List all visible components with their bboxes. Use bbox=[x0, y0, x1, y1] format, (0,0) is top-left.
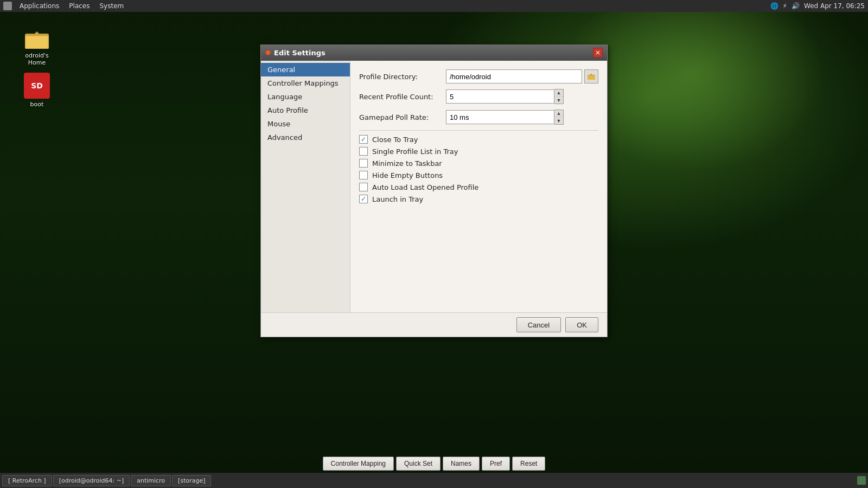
checkbox-label-auto-load-profile[interactable]: Auto Load Last Opened Profile bbox=[372, 183, 478, 191]
network-icon: 🌐 bbox=[770, 2, 778, 10]
recent-profile-count-label: Recent Profile Count: bbox=[359, 93, 446, 101]
checkbox-row-hide-empty-buttons: Hide Empty Buttons bbox=[359, 171, 598, 179]
titlebar-dot bbox=[265, 50, 271, 55]
dialog-footer: Cancel OK bbox=[261, 312, 607, 337]
checkbox-label-single-profile-list[interactable]: Single Profile List in Tray bbox=[372, 147, 458, 156]
taskbar-item-retroarch[interactable]: [ RetroArch ] bbox=[2, 475, 52, 486]
sidebar-item-general[interactable]: General bbox=[261, 63, 350, 76]
sidebar-item-auto-profile[interactable]: Auto Profile bbox=[261, 104, 350, 117]
taskbar-right bbox=[857, 476, 866, 485]
pref-button[interactable]: Pref bbox=[482, 457, 510, 471]
folder-browse-icon bbox=[587, 72, 596, 81]
top-bar-right: 🌐 ⚡ 🔊 Wed Apr 17, 06:25 bbox=[770, 2, 865, 10]
dialog-body: General Controller Mappings Language Aut… bbox=[261, 61, 607, 312]
sidebar-item-language[interactable]: Language bbox=[261, 90, 350, 104]
dialog-overlay: Edit Settings × General Controller Mappi… bbox=[0, 12, 868, 473]
checkbox-label-minimize-taskbar[interactable]: Minimize to Taskbar bbox=[372, 159, 442, 168]
bluetooth-icon: ⚡ bbox=[783, 2, 787, 10]
system-menu[interactable]: System bbox=[95, 1, 128, 11]
poll-rate-spinbox-buttons: ▲ ▼ bbox=[554, 110, 564, 125]
spinbox-buttons: ▲ ▼ bbox=[554, 89, 564, 104]
taskbar: [ RetroArch ] [odroid@odroid64: ~] antim… bbox=[0, 473, 868, 488]
checkbox-minimize-taskbar[interactable] bbox=[359, 159, 368, 168]
settings-content: Profile Directory: bbox=[350, 61, 607, 312]
gamepad-poll-rate-field[interactable] bbox=[446, 110, 554, 124]
dialog-titlebar: Edit Settings × bbox=[261, 44, 607, 61]
profile-directory-input-group bbox=[446, 69, 598, 84]
checkbox-row-auto-load-profile: Auto Load Last Opened Profile bbox=[359, 183, 598, 191]
cancel-button[interactable]: Cancel bbox=[516, 317, 561, 332]
poll-rate-spinbox-up-button[interactable]: ▲ bbox=[554, 110, 563, 117]
checkbox-row-minimize-taskbar: Minimize to Taskbar bbox=[359, 159, 598, 168]
svg-rect-4 bbox=[588, 75, 595, 80]
profile-directory-label: Profile Directory: bbox=[359, 73, 446, 81]
controller-mapping-button[interactable]: Controller Mapping bbox=[323, 457, 394, 471]
content-separator bbox=[359, 130, 598, 131]
recent-profile-count-field[interactable] bbox=[446, 89, 554, 104]
checkbox-close-to-tray[interactable] bbox=[359, 135, 368, 144]
taskbar-item-terminal[interactable]: [odroid@odroid64: ~] bbox=[53, 475, 130, 486]
taskbar-indicator bbox=[857, 476, 866, 485]
sidebar-item-mouse[interactable]: Mouse bbox=[261, 117, 350, 131]
profile-directory-row: Profile Directory: bbox=[359, 69, 598, 84]
browse-folder-button[interactable] bbox=[584, 69, 598, 84]
applications-menu[interactable]: Applications bbox=[15, 1, 63, 11]
recent-profile-count-spinbox: ▲ ▼ bbox=[446, 89, 564, 104]
audio-icon: 🔊 bbox=[792, 2, 800, 10]
checkbox-label-hide-empty-buttons[interactable]: Hide Empty Buttons bbox=[372, 171, 443, 179]
recent-profile-count-row: Recent Profile Count: ▲ ▼ bbox=[359, 89, 598, 104]
sidebar-item-advanced[interactable]: Advanced bbox=[261, 131, 350, 144]
places-menu[interactable]: Places bbox=[65, 1, 94, 11]
spinbox-down-button[interactable]: ▼ bbox=[554, 97, 563, 104]
checkbox-label-launch-in-tray[interactable]: Launch in Tray bbox=[372, 195, 423, 203]
gamepad-poll-rate-row: Gamepad Poll Rate: ▲ ▼ bbox=[359, 110, 598, 125]
checkbox-single-profile-list[interactable] bbox=[359, 147, 368, 156]
profile-directory-field[interactable] bbox=[446, 69, 582, 84]
settings-sidebar: General Controller Mappings Language Aut… bbox=[261, 61, 350, 312]
spinbox-up-button[interactable]: ▲ bbox=[554, 89, 563, 97]
dialog-close-button[interactable]: × bbox=[593, 48, 603, 57]
recent-profile-count-input-group: ▲ ▼ bbox=[446, 89, 598, 104]
taskbar-item-storage[interactable]: [storage] bbox=[172, 475, 211, 486]
ok-button[interactable]: OK bbox=[565, 317, 598, 332]
checkbox-launch-in-tray[interactable] bbox=[359, 195, 368, 203]
checkbox-row-close-to-tray: Close To Tray bbox=[359, 135, 598, 144]
checkbox-auto-load-profile[interactable] bbox=[359, 183, 368, 191]
app-toolbar: Controller Mapping Quick Set Names Pref … bbox=[0, 454, 868, 473]
checkbox-row-launch-in-tray: Launch in Tray bbox=[359, 195, 598, 203]
quick-set-button[interactable]: Quick Set bbox=[396, 457, 441, 471]
taskbar-item-antimicro[interactable]: antimicro bbox=[131, 475, 171, 486]
dialog-title: Edit Settings bbox=[274, 49, 326, 57]
poll-rate-spinbox-down-button[interactable]: ▼ bbox=[554, 117, 563, 124]
checkbox-hide-empty-buttons[interactable] bbox=[359, 171, 368, 179]
checkbox-label-close-to-tray[interactable]: Close To Tray bbox=[372, 136, 418, 144]
reset-button[interactable]: Reset bbox=[512, 457, 545, 471]
os-logo bbox=[3, 2, 12, 10]
gamepad-poll-rate-spinbox: ▲ ▼ bbox=[446, 110, 564, 125]
names-button[interactable]: Names bbox=[443, 457, 480, 471]
dialog-title-left: Edit Settings bbox=[265, 49, 326, 57]
sidebar-item-controller-mappings[interactable]: Controller Mappings bbox=[261, 76, 350, 90]
checkbox-row-single-profile-list: Single Profile List in Tray bbox=[359, 147, 598, 156]
top-bar-left: Applications Places System bbox=[3, 1, 128, 11]
gamepad-poll-rate-input-group: ▲ ▼ bbox=[446, 110, 598, 125]
edit-settings-dialog: Edit Settings × General Controller Mappi… bbox=[260, 44, 608, 337]
datetime-display: Wed Apr 17, 06:25 bbox=[804, 2, 865, 10]
top-menubar: Applications Places System 🌐 ⚡ 🔊 Wed Apr… bbox=[0, 0, 868, 12]
gamepad-poll-rate-label: Gamepad Poll Rate: bbox=[359, 113, 446, 121]
